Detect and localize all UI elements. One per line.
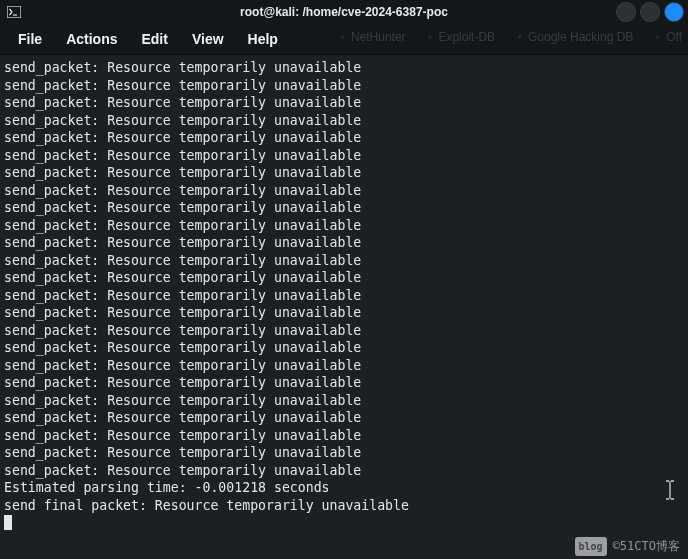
window-buttons [616,2,684,22]
menu-edit[interactable]: Edit [129,27,179,51]
ghost-link: Off [655,30,682,44]
menu-actions[interactable]: Actions [54,27,129,51]
minimize-button[interactable] [616,2,636,22]
background-bookmarks: NetHunter Exploit-DB Google Hacking DB O… [340,30,682,44]
menu-file[interactable]: File [6,27,54,51]
watermark-badge: blog [575,537,607,557]
ibeam-cursor-icon [621,463,676,521]
close-button[interactable] [664,2,684,22]
ghost-link: Google Hacking DB [517,30,633,44]
window-title: root@kali: /home/cve-2024-6387-poc [0,5,688,19]
menu-help[interactable]: Help [236,27,290,51]
ghost-link: Exploit-DB [428,30,496,44]
svg-rect-0 [7,6,21,18]
text-cursor [4,515,12,530]
window-titlebar: root@kali: /home/cve-2024-6387-poc [0,0,688,24]
menubar: File Actions Edit View Help NetHunter Ex… [0,24,688,55]
menu-view[interactable]: View [180,27,236,51]
maximize-button[interactable] [640,2,660,22]
terminal-icon [6,4,22,20]
ghost-link: NetHunter [340,30,406,44]
terminal-lines: send_packet: Resource temporarily unavai… [4,60,409,513]
watermark-text: ©51CTO博客 [613,538,680,556]
watermark: blog ©51CTO博客 [575,537,680,557]
terminal-output[interactable]: send_packet: Resource temporarily unavai… [0,55,688,559]
